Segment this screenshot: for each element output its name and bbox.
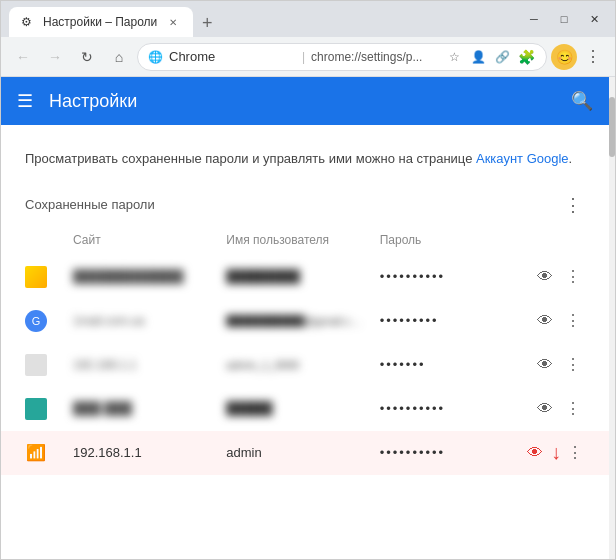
col-header-site: Сайт — [65, 229, 218, 251]
row-more-button-2[interactable]: ⋮ — [561, 309, 585, 333]
settings-main: ☰ Настройки 🔍 Просматривать сохраненные … — [1, 77, 609, 559]
avatar-icon[interactable]: 👤 — [468, 47, 488, 67]
arrow-indicator: ↓ — [551, 441, 561, 464]
password-dots-3: ••••••• — [372, 357, 525, 372]
table-row: G 1mail.com.ua ██████████@gmail.com ••••… — [1, 299, 609, 343]
site-favicon-1 — [25, 266, 47, 288]
row-actions-5: 👁 ↓ ⋮ — [525, 441, 585, 465]
address-url: chrome://settings/p... — [311, 50, 438, 64]
minimize-button[interactable]: ─ — [521, 9, 547, 29]
tab-title: Настройки – Пароли — [43, 15, 157, 29]
settings-body: Просматривать сохраненные пароли и управ… — [1, 125, 609, 559]
site-name-4: ███.███ — [65, 401, 218, 416]
table-row: ███.███ █████ •••••••••• 👁 ⋮ — [1, 387, 609, 431]
tab-close-button[interactable]: ✕ — [165, 14, 181, 30]
section-header: Сохраненные пароли ⋮ — [1, 185, 609, 225]
nav-right: 😊 ⋮ — [551, 43, 607, 71]
password-dots-5: •••••••••• — [372, 445, 525, 460]
table-row: ████████████ ████████ •••••••••• 👁 ⋮ — [1, 255, 609, 299]
table-row: 📶 192.168.1.1 admin •••••••••• 👁 ↓ ⋮ — [1, 431, 609, 475]
site-name-1: ████████████ — [65, 269, 218, 284]
secure-icon: 🌐 — [148, 50, 163, 64]
settings-page-title: Настройки — [49, 91, 555, 112]
window-controls: ─ □ ✕ — [521, 9, 607, 29]
table-header: Сайт Имя пользователя Пароль — [1, 225, 609, 255]
site-favicon-4 — [25, 398, 47, 420]
saved-passwords-title: Сохраненные пароли — [25, 197, 155, 212]
username-1: ████████ — [218, 269, 371, 284]
username-4: █████ — [218, 401, 371, 416]
site-name-3: 192.168.1.1 — [65, 358, 218, 372]
col-header-username: Имя пользователя — [218, 229, 371, 251]
scrollbar-thumb[interactable] — [609, 97, 615, 157]
row-more-button-1[interactable]: ⋮ — [561, 265, 585, 289]
home-button[interactable]: ⌂ — [105, 43, 133, 71]
password-dots-4: •••••••••• — [372, 401, 525, 416]
back-button[interactable]: ← — [9, 43, 37, 71]
active-tab[interactable]: ⚙ Настройки – Пароли ✕ — [9, 7, 193, 37]
show-password-button-4[interactable]: 👁 — [533, 397, 557, 421]
site-favicon-5: 📶 — [25, 442, 47, 464]
settings-topbar: ☰ Настройки 🔍 — [1, 77, 609, 125]
section-more-button[interactable]: ⋮ — [561, 193, 585, 217]
address-icons: ☆ 👤 🔗 🧩 — [444, 47, 536, 67]
extension-icon[interactable]: 🧩 — [516, 47, 536, 67]
username-2: ██████████@gmail.com — [218, 315, 371, 327]
nav-bar: ← → ↻ ⌂ 🌐 Chrome | chrome://settings/p..… — [1, 37, 615, 77]
row-actions-1: 👁 ⋮ — [525, 265, 585, 289]
reload-button[interactable]: ↻ — [73, 43, 101, 71]
info-section: Просматривать сохраненные пароли и управ… — [1, 141, 609, 185]
link-icon[interactable]: 🔗 — [492, 47, 512, 67]
table-row: 192.168.1.1 admin_1_0000 ••••••• 👁 ⋮ — [1, 343, 609, 387]
profile-icon[interactable]: 😊 — [551, 44, 577, 70]
bookmark-icon[interactable]: ☆ — [444, 47, 464, 67]
show-password-button-5[interactable]: 👁 — [525, 441, 545, 465]
close-button[interactable]: ✕ — [581, 9, 607, 29]
scrollbar[interactable] — [609, 77, 615, 559]
site-favicon-2: G — [25, 310, 47, 332]
show-password-button-3[interactable]: 👁 — [533, 353, 557, 377]
forward-button[interactable]: → — [41, 43, 69, 71]
maximize-button[interactable]: □ — [551, 9, 577, 29]
hamburger-icon[interactable]: ☰ — [17, 90, 33, 112]
username-3: admin_1_0000 — [218, 359, 371, 371]
username-5: admin — [218, 445, 371, 460]
info-text2: . — [569, 151, 573, 166]
row-more-button-5[interactable]: ⋮ — [565, 441, 585, 465]
address-bar[interactable]: 🌐 Chrome | chrome://settings/p... ☆ 👤 🔗 … — [137, 43, 547, 71]
site-favicon-3 — [25, 354, 47, 376]
row-actions-4: 👁 ⋮ — [525, 397, 585, 421]
password-dots-1: •••••••••• — [372, 269, 525, 284]
site-name-5: 192.168.1.1 — [65, 445, 218, 460]
title-bar: ⚙ Настройки – Пароли ✕ + ─ □ ✕ — [1, 1, 615, 37]
info-text: Просматривать сохраненные пароли и управ… — [25, 151, 476, 166]
chrome-menu-button[interactable]: ⋮ — [579, 43, 607, 71]
address-separator: | — [302, 50, 305, 64]
page-content: ☰ Настройки 🔍 Просматривать сохраненные … — [1, 77, 615, 559]
show-password-button-2[interactable]: 👁 — [533, 309, 557, 333]
col-header-password: Пароль — [372, 229, 525, 251]
browser-frame: ⚙ Настройки – Пароли ✕ + ─ □ ✕ ← → ↻ ⌂ 🌐… — [0, 0, 616, 560]
show-password-button-1[interactable]: 👁 — [533, 265, 557, 289]
address-brand: Chrome — [169, 49, 296, 64]
row-more-button-3[interactable]: ⋮ — [561, 353, 585, 377]
row-more-button-4[interactable]: ⋮ — [561, 397, 585, 421]
settings-search-icon[interactable]: 🔍 — [571, 90, 593, 112]
password-dots-2: ••••••••• — [372, 313, 525, 328]
tab-area: ⚙ Настройки – Пароли ✕ + — [9, 1, 507, 37]
row-actions-2: 👁 ⋮ — [525, 309, 585, 333]
site-name-2: 1mail.com.ua — [65, 314, 218, 328]
google-account-link[interactable]: Аккаунт Google — [476, 151, 569, 166]
row-actions-3: 👁 ⋮ — [525, 353, 585, 377]
tab-favicon: ⚙ — [21, 15, 35, 29]
new-tab-button[interactable]: + — [193, 9, 221, 37]
